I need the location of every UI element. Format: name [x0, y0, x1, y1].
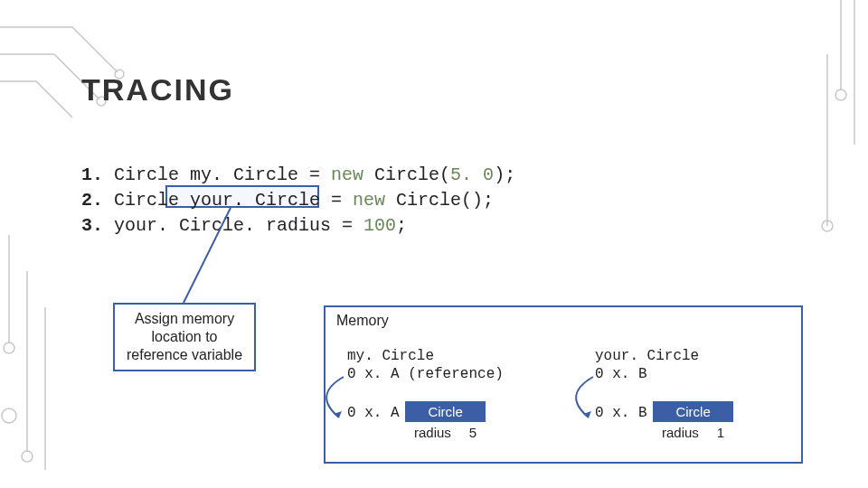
svg-point-2: [4, 343, 14, 353]
code-block: 1. Circle my. Circle = new Circle(5. 0);…: [81, 163, 515, 239]
obj-a-field: radius: [405, 422, 460, 443]
mem-your-name: your. Circle: [595, 347, 699, 365]
obj-b-value: 1: [708, 422, 733, 443]
code-line-2: 2. Circle your. Circle = new Circle();: [81, 188, 515, 213]
deco-circuit-left: [0, 235, 63, 488]
deco-circuit-right: [814, 0, 868, 235]
object-a-table: Circle radius 5: [405, 401, 486, 443]
mem-my-ref: 0 x. A (reference): [347, 365, 504, 383]
obj-a-value: 5: [460, 422, 486, 443]
svg-line-7: [184, 208, 231, 303]
code-line-1: 1. Circle my. Circle = new Circle(5. 0);: [81, 163, 515, 188]
memory-title: Memory: [336, 313, 389, 329]
page-title: TRACING: [81, 72, 234, 108]
code-line-3: 3. your. Circle. radius = 100;: [81, 213, 515, 239]
annotation-text: Assign memory location to reference vari…: [127, 311, 242, 362]
arrow-b: [557, 372, 611, 427]
object-b-table: Circle radius 1: [653, 401, 733, 443]
memory-box: Memory my. Circle 0 x. A (reference) you…: [324, 305, 803, 464]
obj-b-type: Circle: [653, 401, 733, 422]
svg-point-3: [2, 408, 16, 423]
obj-a-type: Circle: [405, 401, 486, 422]
mem-mycircle: my. Circle 0 x. A (reference): [347, 347, 504, 383]
svg-point-4: [22, 451, 33, 462]
svg-point-5: [835, 89, 846, 100]
connector-line: [176, 208, 249, 307]
mem-my-name: my. Circle: [347, 347, 504, 365]
arrow-a: [307, 372, 362, 427]
obj-b-field: radius: [653, 422, 708, 443]
annotation-box: Assign memory location to reference vari…: [113, 303, 256, 371]
